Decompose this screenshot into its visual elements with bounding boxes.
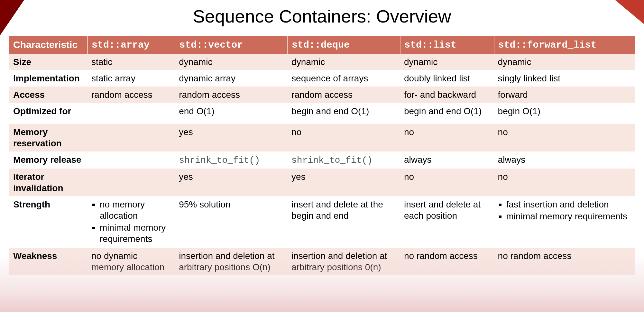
table-cell: insert and delete at the begin and end bbox=[288, 196, 400, 248]
table-cell: static bbox=[87, 54, 175, 70]
list-item: minimal memory requirements bbox=[506, 211, 631, 222]
table-cell: insertion and deletion at arbitrary posi… bbox=[288, 248, 400, 275]
table-cell: dynamic array bbox=[175, 70, 288, 87]
code-text: shrink_to_fit() bbox=[179, 155, 260, 165]
table-cell: doubly linked list bbox=[400, 70, 494, 87]
table-cell: shrink_to_fit() bbox=[288, 151, 400, 169]
table-cell: yes bbox=[175, 124, 288, 151]
list-item: fast insertion and deletion bbox=[506, 199, 631, 210]
table-row: Memory releaseshrink_to_fit()shrink_to_f… bbox=[9, 151, 635, 169]
table-cell: no random access bbox=[494, 248, 635, 275]
code-header: std::array bbox=[92, 40, 150, 50]
table-cell: no dynamic memory allocation bbox=[87, 248, 175, 275]
table-body: SizestaticdynamicdynamicdynamicdynamicIm… bbox=[9, 54, 635, 275]
col-header-container: std::vector bbox=[175, 36, 288, 54]
row-header: Memory reservation bbox=[9, 124, 87, 151]
table-cell: random access bbox=[288, 87, 400, 103]
table-cell: shrink_to_fit() bbox=[175, 151, 288, 169]
table-cell: fast insertion and deletionminimal memor… bbox=[494, 196, 635, 248]
table-row: Accessrandom accessrandom accessrandom a… bbox=[9, 87, 635, 103]
table-cell: no bbox=[400, 124, 494, 151]
table-cell: no memory allocationminimal memory requi… bbox=[87, 196, 175, 248]
code-header: std::vector bbox=[179, 40, 243, 50]
table-cell: random access bbox=[87, 87, 175, 103]
table-cell: begin and end O(1) bbox=[400, 103, 494, 119]
table-cell: no bbox=[400, 169, 494, 196]
table-cell: random access bbox=[175, 87, 288, 103]
row-header: Implementation bbox=[9, 70, 87, 87]
table-cell: dynamic bbox=[288, 54, 400, 70]
table-cell bbox=[87, 151, 175, 169]
row-header: Weakness bbox=[9, 248, 87, 275]
row-header: Memory release bbox=[9, 151, 87, 169]
table-cell: end O(1) bbox=[175, 103, 288, 119]
table-cell: insertion and deletion at arbitrary posi… bbox=[175, 248, 288, 275]
col-header-container: std::deque bbox=[288, 36, 400, 54]
list-item: no memory allocation bbox=[100, 199, 171, 221]
bullet-list: no memory allocationminimal memory requi… bbox=[91, 199, 171, 244]
table-cell: always bbox=[494, 151, 635, 169]
table-cell: begin and end O(1) bbox=[288, 103, 400, 119]
row-header: Strength bbox=[9, 196, 87, 248]
top-right-accent bbox=[615, 0, 644, 24]
table-cell: static array bbox=[87, 70, 175, 87]
bullet-list: fast insertion and deletionminimal memor… bbox=[498, 199, 631, 222]
code-header: std::list bbox=[404, 40, 456, 50]
table-cell: no bbox=[494, 169, 635, 196]
table-cell: dynamic bbox=[175, 54, 288, 70]
table-cell bbox=[87, 124, 175, 151]
col-header-container: std::forward_list bbox=[494, 36, 635, 54]
table-cell: yes bbox=[288, 169, 400, 196]
table-cell: for- and backward bbox=[400, 87, 494, 103]
table-cell bbox=[87, 103, 175, 119]
col-header-characteristic: Characteristic bbox=[9, 36, 87, 54]
table-cell: dynamic bbox=[400, 54, 494, 70]
slide-title: Sequence Containers: Overview bbox=[0, 0, 644, 36]
list-item: minimal memory requirements bbox=[100, 222, 171, 244]
code-text: shrink_to_fit() bbox=[291, 155, 373, 165]
col-header-container: std::array bbox=[87, 36, 175, 54]
table-cell: 95% solution bbox=[175, 196, 288, 248]
table-cell: forward bbox=[494, 87, 635, 103]
table-cell: always bbox=[400, 151, 494, 169]
table-row: Strengthno memory allocationminimal memo… bbox=[9, 196, 635, 248]
table-cell: sequence of arrays bbox=[288, 70, 400, 87]
table-row: Optimized forend O(1)begin and end O(1)b… bbox=[9, 103, 635, 119]
table-cell: insert and delete at each position bbox=[400, 196, 494, 248]
table-row: Weaknessno dynamic memory allocationinse… bbox=[9, 248, 635, 275]
table-cell: begin O(1) bbox=[494, 103, 635, 119]
table-cell: yes bbox=[175, 169, 288, 196]
table-row: Iterator invalidationyesyesnono bbox=[9, 169, 635, 196]
containers-table: Characteristicstd::arraystd::vectorstd::… bbox=[9, 36, 635, 275]
table-cell: no bbox=[288, 124, 400, 151]
table-header: Characteristicstd::arraystd::vectorstd::… bbox=[9, 36, 635, 54]
code-header: std::deque bbox=[292, 40, 350, 50]
col-header-container: std::list bbox=[400, 36, 494, 54]
table-cell: no bbox=[494, 124, 635, 151]
top-left-accent bbox=[0, 0, 24, 35]
table-container: Characteristicstd::arraystd::vectorstd::… bbox=[5, 36, 639, 275]
row-header: Size bbox=[9, 54, 87, 70]
table-cell: no random access bbox=[400, 248, 494, 275]
row-header: Access bbox=[9, 87, 87, 103]
row-header: Iterator invalidation bbox=[9, 169, 87, 196]
table-row: Sizestaticdynamicdynamicdynamicdynamic bbox=[9, 54, 635, 70]
code-header: std::forward_list bbox=[498, 40, 597, 50]
table-row: Implementationstatic arraydynamic arrays… bbox=[9, 70, 635, 87]
table-cell bbox=[87, 169, 175, 196]
row-header: Optimized for bbox=[9, 103, 87, 119]
table-row: Memory reservationyesnonono bbox=[9, 124, 635, 151]
table-cell: singly linked list bbox=[494, 70, 635, 87]
table-cell: dynamic bbox=[494, 54, 635, 70]
